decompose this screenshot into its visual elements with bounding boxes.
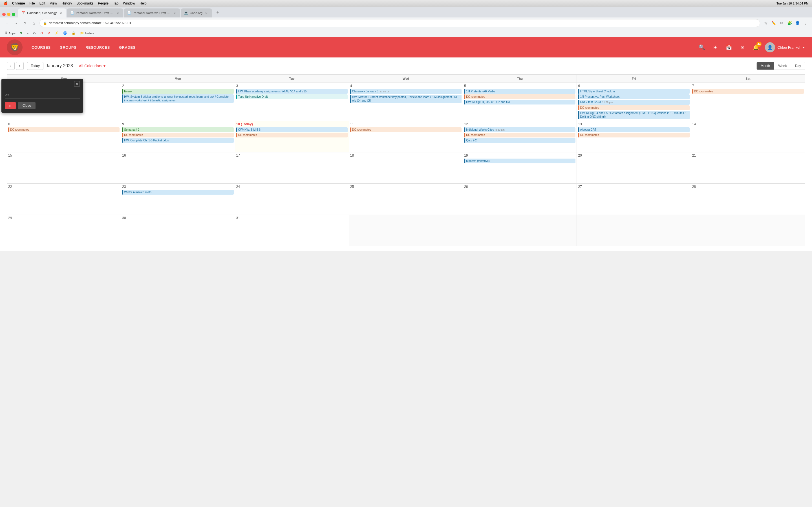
tab-close-calendar[interactable]: ✕ [58,11,63,15]
bookmark-locked[interactable]: 🔒 [70,31,77,36]
event-algebracrt[interactable]: Algebra CRT [578,127,689,132]
event-enero[interactable]: Enero [122,89,234,94]
file-menu[interactable]: File [29,1,35,5]
day-jan23: 23 Winter Aimsweb math [121,184,235,215]
profile-icon[interactable]: 👤 [794,20,801,26]
event-classwork[interactable]: Classwork January 3 11:59 pm [350,89,462,94]
event-dc3[interactable]: DC roommates [692,89,804,94]
resources-nav[interactable]: RESOURCES [86,45,110,50]
bookmark-star-icon[interactable]: ☆ [762,20,769,26]
user-menu-btn[interactable]: 👤 Chloe Frankel ▼ [765,42,805,52]
menu-icon[interactable]: ⋮ [802,20,809,26]
bookmark-schoology2[interactable]: 🌀 [61,31,69,36]
calendar-btn[interactable]: 📅 [724,43,733,52]
chrome-menu[interactable]: Chrome [12,1,25,5]
tab-close-codeorg[interactable]: ✕ [204,11,209,15]
event-dc1[interactable]: DC roommates [464,94,575,99]
popup-primary-btn[interactable]: n [5,102,16,109]
popup-close-x-btn[interactable]: ✕ [74,81,80,87]
month-view-btn[interactable]: Month [757,62,774,69]
event-semana2[interactable]: Semana # 2 [122,127,234,132]
bookmarks-menu[interactable]: Bookmarks [77,1,94,5]
event-winteraims[interactable]: Winter Aimsweb math [122,190,234,194]
bookmark-drive[interactable]: 🗂 [31,31,38,36]
week-view-btn[interactable]: Week [774,62,791,69]
tab-calendar[interactable]: 📅 Calendar | Schoology ✕ [18,8,66,17]
tab-menu[interactable]: Tab [113,1,118,5]
minimize-window-btn[interactable] [7,13,10,16]
day-view-btn[interactable]: Day [791,62,805,69]
day-jan7: 7 DC roommates [691,83,805,121]
event-dc7[interactable]: DC roommates [350,127,462,132]
popup-close-btn[interactable]: Close [18,102,36,109]
help-menu[interactable]: Help [140,1,147,5]
event-indworks[interactable]: Individual Works Cited 8:30 am [464,127,575,132]
event-mixture[interactable]: HW: Mixture-Current worksheet key posted… [350,95,462,103]
bookmark-apps[interactable]: ⠿ Apps [3,31,17,36]
new-tab-btn[interactable]: + [214,8,221,16]
tab-narrative2[interactable]: 📄 Personal Narrative Draft 3 - G... ✕ [124,8,180,17]
bookmark-doc[interactable]: ≡ [25,31,30,36]
event-dc9[interactable]: DC roommates [578,133,689,137]
event-completech[interactable]: HW: Complete Ch. 1-5 Packet odds [122,138,234,143]
event-dc4[interactable]: DC roommates [8,127,119,132]
event-ixlalg-u4u5[interactable]: HW: ixl Alg U4 and U5 / Deltamath assign… [578,111,689,119]
mail-icon[interactable]: ✉ [778,20,785,26]
url-bar[interactable]: 🔒 demarest.schoology.com/calendar/116204… [40,19,760,27]
event-htmlcheckin[interactable]: HTML/Style Sheet Check In [578,89,689,94]
event-preterite[interactable]: 1/4 Preterite -AR Verbs [464,89,575,94]
day-jan16: 16 [121,152,235,183]
maximize-window-btn[interactable] [12,13,15,16]
close-window-btn[interactable] [2,13,6,16]
refresh-btn[interactable]: ↻ [21,20,28,26]
username-label: Chloe Frankel [777,45,800,50]
day-feb4 [691,215,805,246]
event-presentpast[interactable]: 1/5 Present vs. Past Worksheet [578,94,689,99]
event-typenarrative[interactable]: Type Up Narrative Draft [236,94,348,99]
bookmark-schoology[interactable]: S [18,31,24,36]
event-dc5[interactable]: DC roommates [122,133,234,137]
event-unit2test[interactable]: Unit 2 test 22-23 11:59 pm [578,100,689,105]
event-dc6[interactable]: DC roommates [236,133,348,137]
event-ixlalg-w1[interactable]: HW: ixl Alg O4, O5, U1, U2 and U3 [464,100,575,105]
grades-nav[interactable]: GRADES [119,45,136,50]
bookmark-gmail2[interactable]: M [46,31,52,36]
view-menu[interactable]: View [50,1,57,5]
event-dc8[interactable]: DC roommates [464,133,575,137]
today-btn[interactable]: Today [27,62,43,70]
bookmark-sheets[interactable]: ⚡ [53,31,60,36]
next-month-btn[interactable]: › [16,62,24,70]
search-btn[interactable]: 🔍 [697,43,706,52]
edit-menu[interactable]: Edit [40,1,45,5]
courses-nav[interactable]: COURSES [32,45,51,50]
tab-close-narrative1[interactable]: ✕ [115,11,120,15]
window-menu[interactable]: Window [123,1,135,5]
apple-menu[interactable]: 🍎 [3,1,8,5]
event-midterm[interactable]: Midterm (tentative) [464,159,575,163]
back-btn[interactable]: ← [3,20,10,26]
tab-codeorg[interactable]: 💻 Code.org ✕ [181,8,212,17]
history-menu[interactable]: History [61,1,72,5]
groups-nav[interactable]: GROUPS [60,45,77,50]
tab-narrative1[interactable]: 📄 Personal Narrative Draft #3 -... ✕ [67,8,123,17]
calendar-toolbar: ‹ › Today January 2023 · All Calendars ▾… [7,62,805,70]
tab-close-narrative2[interactable]: ✕ [172,11,177,15]
home-btn[interactable]: ⌂ [31,20,37,26]
messages-btn[interactable]: ✉ [738,43,747,52]
event-quiz22[interactable]: Quiz 2-2 [464,138,575,143]
event-khanacademy[interactable]: HW: Khan academy assignments / ixl Alg V… [236,89,348,94]
forward-btn[interactable]: → [12,20,19,26]
people-menu[interactable]: People [98,1,109,5]
event-dc2[interactable]: DC roommates [578,105,689,110]
event-system6[interactable]: HW: System 6 sticker problems answer key… [122,94,234,103]
bookmark-gmail[interactable]: G [39,31,45,36]
grid-btn[interactable]: ⊞ [711,43,720,52]
edit-icon[interactable]: ✏️ [770,20,777,26]
bookmark-folders[interactable]: 📁 folders [79,31,96,36]
event-cwhw-bim[interactable]: CW+HW: BIM 5-6 [236,127,348,132]
calendar-filter-link[interactable]: All Calendars ▾ [79,64,105,68]
date-jan10: 10 (Today) [236,122,348,126]
notifications-btn[interactable]: 🔔 44 [751,43,760,52]
extensions-icon[interactable]: 🧩 [786,20,793,26]
prev-month-btn[interactable]: ‹ [7,62,15,70]
